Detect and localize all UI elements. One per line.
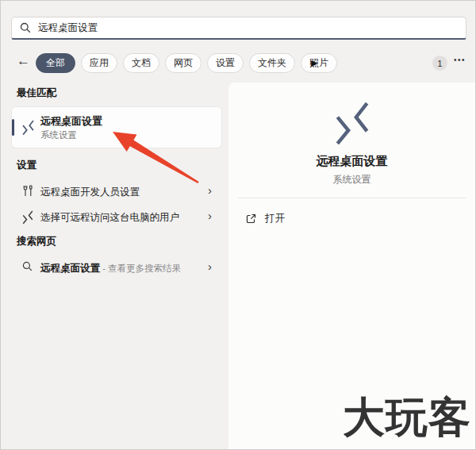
result-web-search[interactable]: 远程桌面设置 - 查看更多搜索结果 › [12, 255, 221, 280]
remote-desktop-icon-large [335, 101, 369, 144]
developer-tools-icon [22, 185, 33, 197]
selection-indicator [12, 119, 14, 136]
result-label: 选择可远程访问这台电脑的用户 [40, 211, 179, 225]
search-icon [22, 261, 33, 271]
more-options-button[interactable]: ••• [454, 56, 466, 64]
result-label: 远程桌面设置 - 查看更多搜索结果 [40, 262, 181, 275]
tab-documents[interactable]: 文档 [123, 53, 159, 73]
tab-folders[interactable]: 文件夹 [249, 53, 295, 73]
web-more-results-text: - 查看更多搜索结果 [100, 263, 181, 273]
best-match-title: 远程桌面设置 [40, 114, 102, 129]
preview-subtitle: 系统设置 [228, 173, 475, 187]
search-flyout-window: ← 全部 应用 文档 网页 设置 文件夹 照片 ▶ 1 ••• 最佳匹配 远程桌… [0, 0, 476, 450]
best-match-subtitle: 系统设置 [40, 129, 77, 141]
search-input[interactable] [38, 22, 458, 33]
notification-badge: 1 [432, 56, 447, 71]
preview-title: 远程桌面设置 [228, 154, 475, 169]
remote-desktop-icon [22, 210, 33, 224]
chevron-right-icon: › [208, 260, 212, 272]
remote-desktop-icon [22, 120, 34, 135]
open-external-icon [246, 213, 256, 224]
web-search-header: 搜索网页 [17, 235, 56, 248]
web-query-text: 远程桌面设置 [40, 263, 100, 274]
result-remote-access-users[interactable]: 选择可远程访问这台电脑的用户 › [12, 204, 221, 229]
search-icon [20, 22, 31, 33]
filter-tabs: 全部 应用 文档 网页 设置 文件夹 照片 [36, 53, 337, 73]
settings-header: 设置 [17, 159, 36, 172]
search-box[interactable] [11, 17, 466, 40]
result-remote-developer-settings[interactable]: 远程桌面开发人员设置 › [12, 179, 221, 204]
open-label: 打开 [265, 212, 285, 225]
tabs-overflow-icon[interactable]: ▶ [311, 57, 317, 69]
open-action[interactable]: 打开 [246, 209, 285, 228]
tab-apps[interactable]: 应用 [81, 53, 117, 73]
best-match-card[interactable]: 远程桌面设置 系统设置 [12, 107, 221, 148]
chevron-right-icon: › [208, 210, 212, 221]
chevron-right-icon: › [208, 184, 212, 196]
divider [238, 198, 466, 198]
tab-photos[interactable]: 照片 [301, 53, 337, 73]
tab-settings[interactable]: 设置 [207, 53, 244, 73]
tab-web[interactable]: 网页 [165, 53, 202, 73]
preview-panel: 远程桌面设置 系统设置 打开 大玩客 [228, 83, 475, 449]
result-label: 远程桌面开发人员设置 [40, 186, 140, 199]
back-button[interactable]: ← [17, 54, 30, 67]
best-match-header: 最佳匹配 [17, 87, 56, 100]
tab-all[interactable]: 全部 [36, 53, 75, 73]
watermark-logo: 大玩客 [343, 396, 471, 438]
